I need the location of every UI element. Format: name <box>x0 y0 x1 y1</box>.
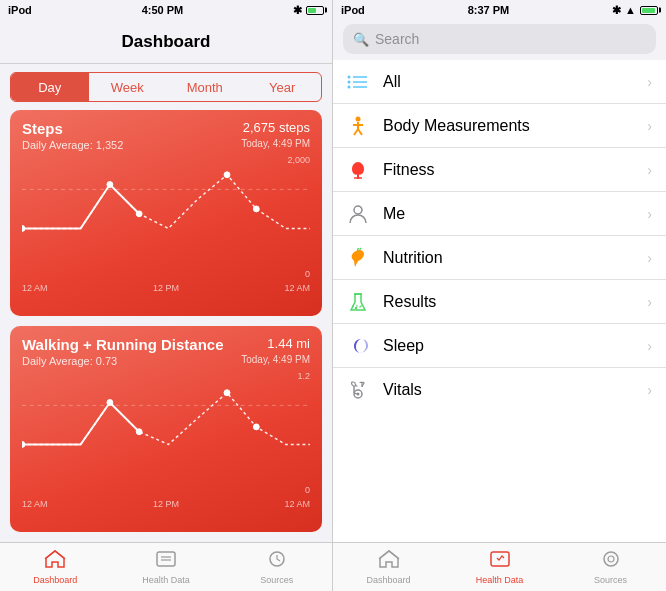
list-item-nutrition[interactable]: Nutrition › <box>333 236 666 280</box>
svg-point-7 <box>22 442 25 448</box>
time-left: 4:50 PM <box>142 4 184 16</box>
walking-card[interactable]: Walking + Running Distance 1.44 mi Daily… <box>10 326 322 532</box>
vitals-icon <box>343 375 373 405</box>
list-label-all: All <box>383 73 647 91</box>
chevron-results: › <box>647 294 652 310</box>
carrier-right: iPod <box>341 4 365 16</box>
battery-icon <box>306 6 324 15</box>
tab-dashboard-right[interactable]: Dashboard <box>333 550 444 585</box>
svg-point-20 <box>348 85 351 88</box>
list-item-sleep[interactable]: Sleep › <box>333 324 666 368</box>
tab-health-data-left[interactable]: Health Data <box>111 550 222 585</box>
segment-year[interactable]: Year <box>244 73 322 101</box>
chevron-sleep: › <box>647 338 652 354</box>
status-bar-right: iPod 8:37 PM ✱ ▲ <box>333 0 666 20</box>
list-item-results[interactable]: Results › <box>333 280 666 324</box>
results-icon <box>343 287 373 317</box>
nutrition-icon <box>343 243 373 273</box>
list-label-body: Body Measurements <box>383 117 647 135</box>
tab-bar-left: Dashboard Health Data Sources <box>0 542 332 591</box>
svg-point-27 <box>354 206 362 214</box>
nav-bar-left: Dashboard <box>0 20 332 64</box>
body-icon <box>343 111 373 141</box>
tab-sources-right[interactable]: Sources <box>555 550 666 585</box>
chevron-vitals: › <box>647 382 652 398</box>
list-label-nutrition: Nutrition <box>383 249 647 267</box>
tab-label-dashboard-right: Dashboard <box>366 575 410 585</box>
carrier-left: iPod <box>8 4 32 16</box>
list-label-results: Results <box>383 293 647 311</box>
svg-line-25 <box>358 129 362 135</box>
svg-point-36 <box>608 556 614 562</box>
left-panel: iPod 4:50 PM ✱ Dashboard Day Week Month … <box>0 0 333 591</box>
tab-sources-left[interactable]: Sources <box>221 550 332 585</box>
svg-point-8 <box>107 400 113 406</box>
list-item-all[interactable]: All › <box>333 60 666 104</box>
list-label-me: Me <box>383 205 647 223</box>
svg-point-19 <box>348 80 351 83</box>
segment-control: Day Week Month Year <box>10 72 322 102</box>
svg-point-3 <box>136 211 142 217</box>
walking-chart-min: 0 <box>305 485 310 495</box>
segment-day[interactable]: Day <box>11 73 89 101</box>
list-label-fitness: Fitness <box>383 161 647 179</box>
sources-icon-right <box>600 550 622 573</box>
tab-label-sources-right: Sources <box>594 575 627 585</box>
chevron-nutrition: › <box>647 250 652 266</box>
bluetooth-icon: ✱ <box>293 4 302 17</box>
chevron-body: › <box>647 118 652 134</box>
wifi-icon: ▲ <box>625 4 636 16</box>
tab-label-dashboard-left: Dashboard <box>33 575 77 585</box>
steps-chart-min: 0 <box>305 269 310 279</box>
segment-week[interactable]: Week <box>89 73 167 101</box>
list-item-body[interactable]: Body Measurements › <box>333 104 666 148</box>
cards-container: Steps 2,675 steps Daily Average: 1,352 T… <box>0 110 332 542</box>
list-item-vitals[interactable]: Vitals › <box>333 368 666 412</box>
time-right: 8:37 PM <box>468 4 510 16</box>
svg-point-29 <box>355 306 357 308</box>
fitness-icon <box>343 155 373 185</box>
sources-icon-left <box>266 550 288 573</box>
all-icon <box>343 67 373 97</box>
list-label-vitals: Vitals <box>383 381 647 399</box>
list-item-me[interactable]: Me › <box>333 192 666 236</box>
tab-bar-right: Dashboard Health Data Sources <box>333 542 666 591</box>
status-icons-right: ✱ ▲ <box>612 4 658 17</box>
steps-timestamp: Today, 4:49 PM <box>241 138 310 149</box>
health-categories-list: All › Body Measurements › <box>333 60 666 542</box>
tab-health-data-right[interactable]: Health Data <box>444 550 555 585</box>
health-data-icon-left <box>155 550 177 573</box>
svg-point-10 <box>224 390 230 396</box>
tab-dashboard-left[interactable]: Dashboard <box>0 550 111 585</box>
search-bar[interactable]: 🔍 Search <box>343 24 656 54</box>
svg-point-1 <box>22 226 25 232</box>
me-icon <box>343 199 373 229</box>
battery-icon-right <box>640 6 658 15</box>
svg-point-5 <box>253 206 259 212</box>
tab-label-health-left: Health Data <box>142 575 190 585</box>
chevron-me: › <box>647 206 652 222</box>
walking-chart-svg <box>22 381 310 449</box>
status-bar-left: iPod 4:50 PM ✱ <box>0 0 332 20</box>
svg-point-21 <box>356 116 361 121</box>
segment-month[interactable]: Month <box>166 73 244 101</box>
walking-value: 1.44 mi <box>267 336 310 351</box>
svg-point-11 <box>253 424 259 430</box>
svg-point-30 <box>359 306 361 308</box>
list-item-fitness[interactable]: Fitness › <box>333 148 666 192</box>
svg-point-18 <box>348 75 351 78</box>
chevron-fitness: › <box>647 162 652 178</box>
svg-point-35 <box>604 552 618 566</box>
right-panel: iPod 8:37 PM ✱ ▲ 🔍 Search <box>333 0 666 591</box>
steps-chart-max: 2,000 <box>287 155 310 165</box>
walking-timestamp: Today, 4:49 PM <box>241 354 310 365</box>
steps-card[interactable]: Steps 2,675 steps Daily Average: 1,352 T… <box>10 110 322 316</box>
steps-time-labels: 12 AM 12 PM 12 AM <box>22 283 310 293</box>
steps-chart: 2,000 0 12 AM <box>22 155 310 293</box>
chevron-all: › <box>647 74 652 90</box>
svg-point-9 <box>136 429 142 435</box>
bluetooth-icon-right: ✱ <box>612 4 621 17</box>
sleep-icon <box>343 331 373 361</box>
walking-chart-max: 1.2 <box>297 371 310 381</box>
health-data-icon-right <box>489 550 511 573</box>
